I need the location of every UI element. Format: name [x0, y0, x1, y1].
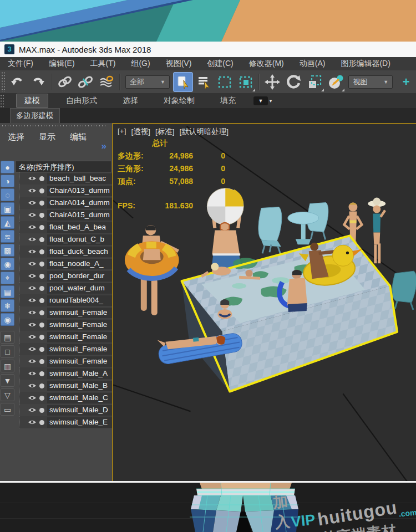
visibility-eye-icon[interactable] [28, 395, 37, 401]
menu-item[interactable]: 文件(F) [0, 57, 41, 70]
select-by-name-button[interactable] [194, 72, 214, 92]
visibility-eye-icon[interactable] [28, 176, 37, 181]
select-and-scale-button[interactable] [305, 72, 324, 92]
visibility-eye-icon[interactable] [28, 188, 37, 193]
object-list-item[interactable]: float_duck_beach [19, 245, 112, 258]
select-and-move-button[interactable] [262, 72, 282, 92]
ribbon-tab[interactable]: 对象绘制 [156, 94, 202, 108]
object-state-dot-icon[interactable] [39, 274, 44, 279]
object-state-dot-icon[interactable] [39, 176, 44, 181]
visibility-eye-icon[interactable] [28, 359, 37, 364]
select-object-button[interactable] [173, 72, 193, 92]
object-state-dot-icon[interactable] [39, 420, 44, 425]
display-containers-icon[interactable]: ▤ [1, 285, 14, 298]
display-groups-icon[interactable]: ▩ [1, 244, 14, 257]
menu-item[interactable]: 编辑(E) [41, 57, 83, 70]
display-spacewarps-icon[interactable]: ≋ [1, 230, 14, 243]
visibility-eye-icon[interactable] [28, 407, 37, 413]
redo-button[interactable] [28, 72, 48, 92]
object-list-item[interactable]: ChairA014_dumm [19, 197, 112, 209]
toolbar-grip[interactable] [1, 71, 5, 92]
visibility-eye-icon[interactable] [28, 261, 37, 267]
object-list-item[interactable]: swimsuit_Female [19, 355, 112, 367]
object-state-dot-icon[interactable] [39, 310, 44, 315]
object-state-dot-icon[interactable] [39, 201, 44, 206]
object-state-dot-icon[interactable] [39, 225, 44, 230]
visibility-eye-icon[interactable] [28, 285, 37, 291]
rectangular-selection-region-button[interactable] [215, 72, 235, 92]
select-and-manipulate-button[interactable] [326, 72, 346, 92]
select-and-rotate-button[interactable] [283, 72, 303, 92]
visibility-eye-icon[interactable] [28, 200, 37, 206]
menu-item[interactable]: 组(G) [123, 57, 158, 70]
clear-selection-icon[interactable]: □ [1, 345, 14, 358]
object-state-dot-icon[interactable] [39, 237, 44, 242]
object-list-item[interactable]: float_donut_C_b [19, 233, 112, 245]
object-list-item[interactable]: pool_water_dum [19, 282, 112, 294]
object-list-item[interactable]: swimsuit_Female [19, 319, 112, 331]
display-helpers-icon[interactable]: ◭ [1, 216, 14, 229]
name-column-header[interactable]: 名称(按升序排序) [15, 161, 112, 172]
visibility-eye-icon[interactable] [28, 322, 37, 328]
visibility-eye-icon[interactable] [28, 420, 37, 425]
object-list-item[interactable]: float_bed_A_bea [19, 221, 112, 233]
visibility-eye-icon[interactable] [28, 212, 37, 218]
object-state-dot-icon[interactable] [39, 335, 44, 340]
object-list-item[interactable]: ChairA015_dumm [19, 209, 112, 221]
object-list-item[interactable]: swimsuit_Male_E [19, 416, 112, 428]
object-state-dot-icon[interactable] [39, 262, 44, 267]
visibility-eye-icon[interactable] [28, 237, 37, 242]
selection-filter-dropdown[interactable]: 全部 ▼ [125, 75, 170, 89]
object-state-dot-icon[interactable] [39, 249, 44, 254]
object-state-dot-icon[interactable] [39, 188, 44, 193]
display-geometry-icon[interactable]: ● [1, 161, 14, 173]
ribbon-minimize-button[interactable]: ▼ [253, 96, 268, 105]
unlink-selection-button[interactable] [75, 72, 95, 92]
visibility-eye-icon[interactable] [28, 346, 37, 352]
bind-to-space-warp-button[interactable] [97, 72, 116, 92]
object-list-item[interactable]: roundTable004_ [19, 294, 112, 306]
display-bones-icon[interactable]: ◉ [1, 258, 14, 270]
object-state-dot-icon[interactable] [39, 396, 44, 401]
viewport-label[interactable]: [标准] [155, 127, 175, 137]
expand-all-icon[interactable]: ▤ [1, 331, 14, 344]
visibility-eye-icon[interactable] [28, 310, 37, 315]
ribbon-tab[interactable]: 填充 [212, 94, 243, 108]
object-state-dot-icon[interactable] [39, 323, 44, 328]
menu-item[interactable]: 视图(V) [158, 57, 200, 70]
filter-icon[interactable]: ▽ [1, 388, 14, 401]
visibility-eye-icon[interactable] [28, 334, 37, 340]
visibility-eye-icon[interactable] [28, 224, 37, 230]
object-state-dot-icon[interactable] [39, 286, 44, 291]
object-list-item[interactable]: swimsuit_Male_B [19, 380, 112, 392]
object-list-item[interactable]: swimsuit_Female [19, 306, 112, 319]
viewport-label[interactable]: [透视] [131, 127, 150, 137]
panel-drag-handle[interactable] [1, 124, 108, 127]
display-objects-icon[interactable]: ⌖ [1, 272, 14, 284]
object-list-item[interactable]: swimsuit_Male_A [19, 367, 112, 380]
visibility-eye-icon[interactable] [28, 249, 37, 254]
explorer-menu-item[interactable]: 显示 [39, 132, 55, 142]
ribbon-tab[interactable]: 自由形式 [58, 94, 105, 108]
menu-item[interactable]: 图形编辑器(D) [333, 57, 398, 70]
viewport-label[interactable]: [+] [118, 127, 126, 137]
object-state-dot-icon[interactable] [39, 213, 44, 218]
snaps-toggle-button[interactable]: + [396, 72, 416, 92]
object-list-item[interactable]: pool_border_dur [19, 270, 112, 282]
object-list-item[interactable]: ChairA013_dumm [19, 185, 112, 197]
ribbon-tab[interactable]: 建模 [16, 94, 48, 108]
expand-chevron-icon[interactable]: » [102, 141, 106, 152]
visibility-eye-icon[interactable] [28, 273, 37, 279]
object-state-dot-icon[interactable] [39, 298, 44, 303]
undo-button[interactable] [7, 72, 27, 92]
object-list-item[interactable]: swimsuit_Male_D [19, 404, 112, 416]
ribbon-tab[interactable]: 选择 [115, 94, 146, 108]
collapse-all-icon[interactable]: ▥ [1, 360, 14, 372]
object-state-dot-icon[interactable] [39, 371, 44, 376]
container-explorer-icon[interactable]: ▭ [1, 403, 14, 416]
object-state-dot-icon[interactable] [39, 359, 44, 364]
object-list-item[interactable]: swimsuit_Male_C [19, 392, 112, 404]
window-crossing-button[interactable] [236, 72, 256, 92]
menu-item[interactable]: 工具(T) [83, 57, 124, 70]
ribbon-options-arrow-icon[interactable]: ▾ [268, 96, 273, 105]
